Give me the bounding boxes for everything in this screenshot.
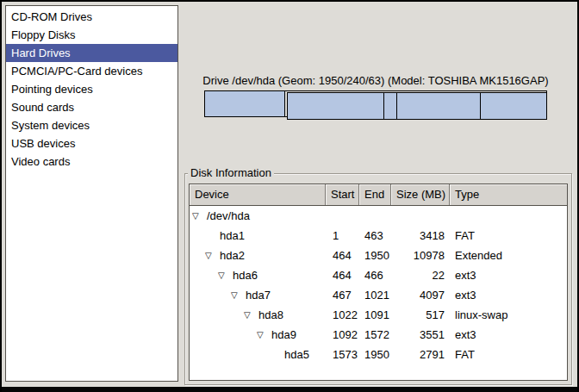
end-value: 1950	[359, 345, 391, 364]
window-bottom-edge	[0, 387, 579, 392]
sidebar-item-sound-cards[interactable]: Sound cards	[6, 98, 177, 116]
end-value: 1950	[359, 246, 391, 265]
sidebar-item-system-devices[interactable]: System devices	[6, 116, 177, 134]
table-row--dev-hda[interactable]: ▽/dev/hda	[190, 206, 567, 226]
start-value: 1022	[326, 305, 359, 325]
device-name: hda7	[246, 285, 271, 305]
end-value: 466	[359, 265, 391, 285]
sidebar-item-floppy-disks[interactable]: Floppy Disks	[6, 26, 177, 44]
partition-bar-segment-hda8	[383, 93, 396, 119]
partition-bar-segment-hda5	[480, 93, 546, 119]
start-value: 1092	[326, 325, 359, 345]
start-value: 464	[326, 246, 359, 265]
column-header-end[interactable]: End	[359, 184, 391, 205]
size-value: 3551	[391, 325, 450, 345]
partition-bar-segment-hda1	[204, 90, 285, 117]
table-row-hda8[interactable]: ▽hda810221091517linux-swap	[190, 305, 567, 325]
start-value: 1573	[326, 345, 359, 364]
device-name: hda9	[271, 325, 296, 345]
type-value: FAT	[450, 226, 567, 246]
table-row-hda6[interactable]: ▽hda646446622ext3	[190, 265, 567, 285]
disk-information-label: Disk Information	[188, 166, 274, 180]
column-header-type[interactable]: Type	[450, 184, 567, 205]
size-value: 10978	[391, 246, 450, 265]
sidebar-item-video-cards[interactable]: Video cards	[6, 152, 177, 171]
table-row-hda5[interactable]: hda5157319502791FAT	[190, 345, 567, 364]
device-name: hda1	[220, 226, 245, 246]
device-name: hda2	[220, 246, 245, 265]
column-header-start[interactable]: Start	[326, 184, 359, 205]
table-row-hda9[interactable]: ▽hda9109215723551ext3	[190, 325, 567, 345]
table-row-hda2[interactable]: ▽hda2464195010978Extended	[190, 246, 567, 265]
type-value: FAT	[450, 345, 567, 364]
start-value: 464	[326, 265, 359, 285]
expander-icon[interactable]: ▽	[218, 265, 233, 285]
table-row-hda7[interactable]: ▽hda746710214097ext3	[190, 285, 567, 305]
sidebar-item-hard-drives[interactable]: Hard Drives	[6, 44, 177, 62]
drive-geometry-label: Drive /dev/hda (Geom: 1950/240/63) (Mode…	[202, 74, 549, 87]
end-value: 1091	[359, 305, 391, 325]
device-category-list: CD-ROM DrivesFloppy DisksHard DrivesPCMC…	[5, 5, 178, 382]
type-value: ext3	[450, 325, 567, 345]
expander-icon[interactable]: ▽	[192, 206, 207, 226]
disk-table-header: DeviceStartEndSize (MB)Type	[190, 184, 567, 206]
type-value: Extended	[450, 246, 567, 265]
expander-icon[interactable]: ▽	[257, 325, 271, 345]
start-value	[326, 206, 359, 226]
start-value: 467	[326, 285, 359, 305]
size-value: 4097	[391, 285, 450, 305]
disk-table: DeviceStartEndSize (MB)Type ▽/dev/hdahda…	[189, 184, 568, 381]
partition-bar-segment-hda7	[288, 93, 383, 119]
disk-information-groupbox: Disk Information DeviceStartEndSize (MB)…	[184, 173, 572, 385]
expander-icon[interactable]: ▽	[244, 305, 258, 325]
size-value: 517	[391, 305, 450, 325]
expander-icon[interactable]: ▽	[231, 285, 246, 305]
sidebar-item-pcmcia-pc-card-devices[interactable]: PCMCIA/PC-Card devices	[6, 62, 177, 80]
device-name: /dev/hda	[207, 206, 250, 226]
end-value: 463	[359, 226, 391, 246]
expander-icon[interactable]: ▽	[205, 246, 220, 265]
device-name: hda6	[233, 265, 258, 285]
size-value: 3418	[391, 226, 450, 246]
column-header-size-mb-[interactable]: Size (MB)	[391, 184, 450, 205]
type-value: ext3	[450, 265, 567, 285]
sidebar-item-pointing-devices[interactable]: Pointing devices	[6, 80, 177, 98]
device-name: hda8	[258, 305, 283, 325]
type-value	[450, 206, 567, 226]
partition-bar-segment-hda9	[396, 93, 480, 119]
column-header-device[interactable]: Device	[190, 184, 326, 205]
hardware-browser-window: CD-ROM DrivesFloppy DisksHard DrivesPCMC…	[0, 0, 579, 392]
device-name: hda5	[284, 345, 309, 364]
size-value: 22	[391, 265, 450, 285]
end-value: 1021	[359, 285, 391, 305]
end-value: 1572	[359, 325, 391, 345]
partition-bar	[204, 90, 547, 117]
partition-bar-extended-hda2	[287, 92, 547, 120]
table-row-hda1[interactable]: hda114633418FAT	[190, 226, 567, 246]
disk-table-body: ▽/dev/hdahda114633418FAT▽hda246419501097…	[190, 206, 567, 364]
size-value: 2791	[391, 345, 450, 364]
sidebar-item-cd-rom-drives[interactable]: CD-ROM Drives	[6, 8, 177, 26]
size-value	[391, 206, 450, 226]
start-value: 1	[326, 226, 359, 246]
sidebar-item-usb-devices[interactable]: USB devices	[6, 134, 177, 152]
end-value	[359, 206, 391, 226]
type-value: linux-swap	[450, 305, 567, 325]
type-value: ext3	[450, 285, 567, 305]
